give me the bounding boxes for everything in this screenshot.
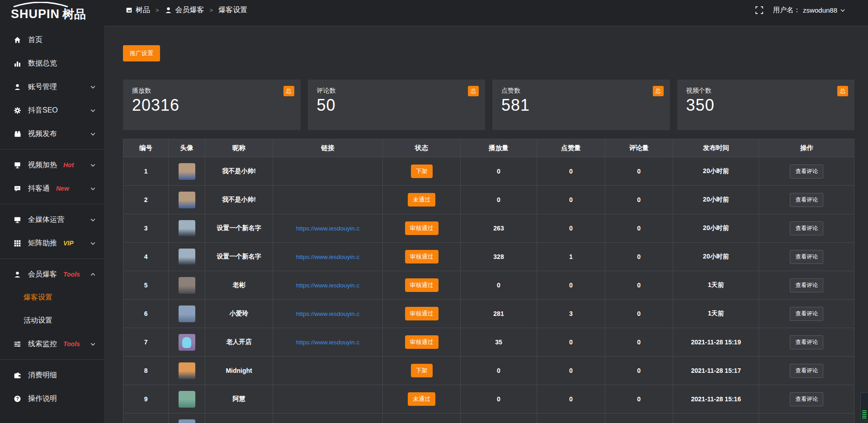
sidebar: SHUPIN树品 首页数据总览账号管理抖音SEO视频发布视频加热Hot抖客通Ne…: [0, 0, 104, 423]
breadcrumb-label: 爆客设置: [218, 5, 247, 15]
sidebar-item-账号管理[interactable]: 账号管理: [0, 75, 104, 99]
cell-nickname: 设置一个新名字: [205, 214, 273, 243]
view-comments-button[interactable]: 查看评论: [790, 392, 823, 406]
cell-number: 7: [123, 328, 169, 357]
cell-nickname: [205, 414, 273, 423]
breadcrumb-separator: >: [156, 7, 159, 14]
sidebar-item-数据总览[interactable]: 数据总览: [0, 52, 104, 75]
status-badge: 未通过: [408, 392, 435, 406]
avatar: [179, 362, 195, 379]
column-header-状态: 状态: [383, 139, 460, 157]
video-link[interactable]: https://www.iesdouyin.c: [275, 310, 381, 317]
cell-status: 下架: [383, 357, 460, 385]
cell-action: 查看评论: [759, 328, 854, 357]
chevron-down-icon: [90, 240, 96, 246]
video-link[interactable]: https://www.iesdouyin.c: [275, 254, 381, 260]
view-comments-button[interactable]: 查看评论: [790, 307, 823, 321]
cell-nickname: 小爱玲: [205, 300, 273, 328]
sidebar-item-label: 线索监控: [28, 339, 57, 349]
sidebar-item-badge: Tools: [63, 271, 80, 278]
cell-comments: 0: [605, 186, 673, 214]
sidebar-item-抖音SEO[interactable]: 抖音SEO: [0, 99, 104, 122]
stat-card-评论数: 评论数50总: [308, 80, 486, 130]
table-row: 6小爱玲https://www.iesdouyin.c审核通过281301天前查…: [123, 300, 854, 328]
view-comments-button[interactable]: 查看评论: [790, 364, 823, 378]
sidebar-divider: [0, 204, 104, 204]
cell-publish-time: 2021-11-28 15:16: [673, 385, 759, 414]
cell-comments: 0: [605, 271, 673, 300]
sidebar-item-badge: Tools: [63, 340, 80, 348]
topbar: 树品>会员爆客>爆客设置 用户名：zswodun88: [104, 0, 868, 26]
right-column: 树品>会员爆客>爆客设置 用户名：zswodun88 推广设置 播放数20316…: [104, 0, 868, 423]
sidebar-item-label: 抖客通: [28, 184, 50, 193]
column-header-编号: 编号: [123, 139, 169, 157]
cell-action: 查看评论: [759, 357, 854, 385]
stat-card-label: 点赞数: [501, 87, 661, 95]
cell-likes: 0: [537, 214, 605, 243]
breadcrumb-item-树品[interactable]: 树品: [126, 5, 150, 15]
sidebar-item-线索监控[interactable]: 线索监控Tools: [0, 332, 104, 356]
sidebar-item-视频发布[interactable]: 视频发布: [0, 122, 104, 146]
sidebar-divider: [0, 359, 104, 360]
avatar: [179, 192, 195, 208]
status-badge: 审核通过: [405, 307, 439, 320]
sidebar-item-会员爆客[interactable]: 会员爆客Tools: [0, 263, 104, 286]
corner-overlay-widget[interactable]: [860, 392, 868, 420]
cell-avatar: [169, 214, 205, 243]
cell-comments: 0: [605, 243, 673, 271]
sidebar-item-视频加热[interactable]: 视频加热Hot: [0, 153, 104, 177]
table-row: 2我不是小帅!未通过00020小时前查看评论: [123, 186, 854, 214]
sidebar-subitem-活动设置[interactable]: 活动设置: [0, 309, 104, 332]
video-link[interactable]: https://www.iesdouyin.c: [275, 282, 381, 289]
stat-card-value: 20316: [132, 96, 292, 115]
view-comments-button[interactable]: 查看评论: [790, 193, 823, 207]
sidebar-item-消费明细[interactable]: 消费明细: [0, 363, 104, 387]
cell-link: [273, 357, 383, 385]
monitor-icon: [14, 216, 22, 224]
view-comments-button[interactable]: 查看评论: [790, 221, 823, 235]
breadcrumb-item-会员爆客[interactable]: 会员爆客: [165, 5, 204, 15]
stat-card-value: 50: [317, 96, 476, 115]
chevron-down-icon: [90, 341, 96, 347]
cell-link: [273, 414, 383, 423]
cell-likes: 0: [537, 357, 605, 385]
cell-nickname: 阿慧: [205, 385, 273, 414]
sidebar-item-全媒体运营[interactable]: 全媒体运营: [0, 208, 104, 231]
cell-comments: 0: [605, 328, 673, 357]
video-link[interactable]: https://www.iesdouyin.c: [275, 225, 381, 232]
cell-publish-time: 2021-11-28 15:17: [673, 357, 759, 385]
avatar: [179, 163, 195, 180]
breadcrumb: 树品>会员爆客>爆客设置: [126, 5, 247, 15]
chevron-down-icon: [90, 186, 96, 192]
view-comments-button[interactable]: 查看评论: [790, 164, 823, 179]
cell-nickname: Midnight: [205, 357, 273, 385]
sidebar-item-抖客通[interactable]: 抖客通New: [0, 177, 104, 200]
video-link[interactable]: https://www.iesdouyin.c: [275, 339, 381, 346]
total-badge: 总: [653, 86, 664, 96]
avatar: [179, 306, 195, 322]
fullscreen-icon[interactable]: [755, 6, 763, 14]
user-menu[interactable]: 用户名：zswodun88: [773, 6, 845, 14]
cell-action: 查看评论: [759, 300, 854, 328]
cell-nickname: 我不是小帅!: [205, 186, 273, 214]
sidebar-item-操作说明[interactable]: ?操作说明: [0, 387, 104, 410]
total-badge: 总: [468, 86, 479, 96]
sidebar-item-label: 操作说明: [28, 394, 57, 404]
cell-nickname: 设置一个新名字: [205, 243, 273, 271]
cell-plays: 0: [460, 271, 537, 300]
question-icon: ?: [14, 395, 22, 403]
status-badge: 审核通过: [405, 250, 439, 263]
cell-status: 审核通过: [383, 300, 460, 328]
doc-icon: [126, 7, 132, 14]
cell-status: 审核通过: [383, 271, 460, 300]
sidebar-item-矩阵助推[interactable]: 矩阵助推VIP: [0, 231, 104, 255]
stat-card-label: 视频个数: [686, 87, 846, 95]
view-comments-button[interactable]: 查看评论: [790, 278, 823, 292]
cell-comments: 0: [605, 357, 673, 385]
view-comments-button[interactable]: 查看评论: [790, 250, 823, 264]
promotion-settings-button[interactable]: 推广设置: [123, 45, 160, 61]
view-comments-button[interactable]: 查看评论: [790, 335, 823, 349]
sidebar-subitem-爆客设置[interactable]: 爆客设置: [0, 286, 104, 309]
sidebar-item-首页[interactable]: 首页: [0, 28, 104, 52]
logo-text-en: SHUPIN: [11, 7, 60, 21]
